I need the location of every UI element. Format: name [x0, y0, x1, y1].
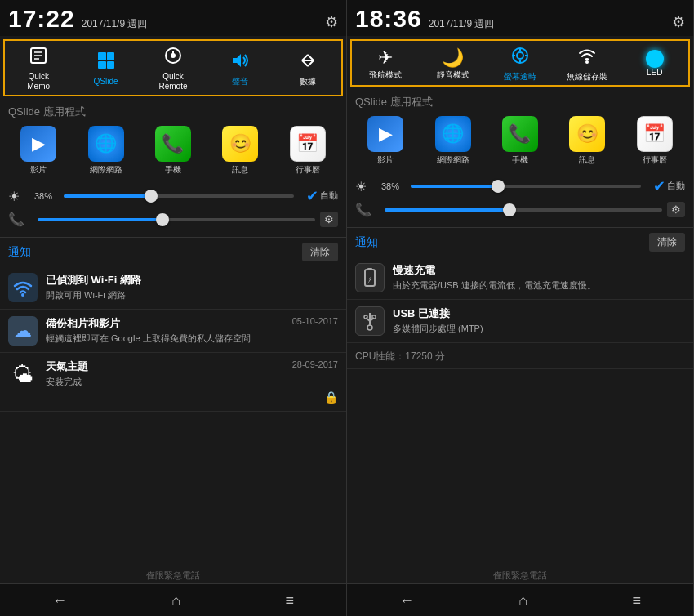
right-time-date: 18:36 2017/11/9 週四	[355, 5, 494, 33]
svg-rect-26	[367, 268, 372, 270]
svg-point-19	[517, 52, 523, 59]
toggle-data-label: 數據	[300, 77, 316, 87]
toggle-sound[interactable]: 聲音	[216, 51, 265, 87]
quick-memo-icon	[29, 46, 48, 70]
notif-backup[interactable]: ☁ 備份相片和影片 05-10-2017 輕觸這裡即可在 Google 上取得免…	[0, 310, 346, 353]
right-gear-icon[interactable]: ⚙	[672, 13, 685, 31]
app-video-icon: ▶	[20, 126, 56, 162]
svg-point-17	[21, 293, 24, 297]
toggle-wifi-storage[interactable]: 無線儲存裝	[563, 46, 612, 82]
right-app-cal[interactable]: 📅 行事曆	[637, 116, 673, 166]
right-back-btn[interactable]: ←	[383, 591, 430, 611]
notif-usb[interactable]: USB 已連接 多媒體同步處理 (MTP)	[347, 300, 693, 343]
toggle-data[interactable]: 數據	[283, 51, 332, 87]
right-app-cal-label: 行事曆	[643, 154, 667, 166]
left-quick-toggles: Quick Memo QSlide	[3, 39, 343, 96]
notif-charge-content: 慢速充電 由於充電器/USB 連接的電流低，電池充電速度慢。	[393, 263, 685, 292]
svg-line-13	[308, 60, 314, 66]
right-volume-track[interactable]	[385, 208, 662, 212]
notif-weather[interactable]: 🌤 天氣主題 28-09-2017 安裝完成 🔒	[0, 353, 346, 412]
right-app-video-icon: ▶	[367, 116, 403, 152]
left-qslide-header: QSlide 應用程式	[0, 100, 346, 123]
svg-rect-7	[107, 61, 114, 69]
notif-wifi-body: 開啟可用 Wi-Fi 網路	[46, 289, 338, 301]
app-phone-icon: 📞	[155, 126, 191, 162]
toggle-qslide-label: QSlide	[94, 77, 118, 87]
right-volume-fill	[385, 208, 509, 212]
notif-usb-body: 多媒體同步處理 (MTP)	[393, 323, 685, 335]
left-panel: 17:22 2017/11/9 週四 ⚙ Quick Memo	[0, 0, 347, 616]
right-notif-list: 慢速充電 由於充電器/USB 連接的電流低，電池充電速度慢。 USB 已連	[347, 257, 693, 566]
toggle-quick-remote[interactable]: Quick Remote	[149, 46, 198, 92]
right-status-bar: 18:36 2017/11/9 週四 ⚙	[347, 0, 693, 36]
brightness-icon: ☀	[8, 189, 24, 204]
notif-cpu-title: CPU性能：17250 分	[355, 350, 445, 362]
right-qslide-header: QSlide 應用程式	[347, 90, 693, 113]
sound-icon	[230, 51, 250, 75]
right-volume-settings[interactable]: ⚙	[667, 202, 685, 217]
right-volume-row: 📞 ⚙	[355, 202, 685, 217]
app-cal[interactable]: 📅 行事曆	[290, 126, 326, 176]
left-notif-title: 通知	[8, 245, 31, 260]
right-brightness-track[interactable]	[411, 185, 641, 188]
app-video[interactable]: ▶ 影片	[20, 126, 56, 176]
toggle-quick-memo[interactable]: Quick Memo	[14, 46, 63, 92]
notif-cpu[interactable]: CPU性能：17250 分	[347, 343, 693, 369]
toggle-led[interactable]: LED	[630, 50, 679, 78]
qslide-icon	[96, 51, 116, 75]
notif-backup-title: 備份相片和影片	[46, 316, 120, 331]
toggle-silent[interactable]: 🌙 靜音模式	[429, 47, 478, 80]
notif-charge-row1: 慢速充電	[393, 263, 685, 278]
left-home-btn[interactable]: ⌂	[155, 591, 197, 611]
left-notif-header: 通知 清除	[0, 237, 346, 266]
left-brightness-fill	[64, 194, 151, 198]
toggle-wifi-storage-label: 無線儲存裝	[567, 72, 607, 82]
right-app-net[interactable]: 🌐 網際網路	[435, 116, 471, 166]
notif-usb-icon	[355, 306, 385, 336]
right-brightness-row: ☀ 38% ✔ 自動	[355, 177, 685, 195]
app-cal-icon: 📅	[290, 126, 326, 162]
notif-backup-date: 05-10-2017	[292, 316, 338, 326]
right-app-msg[interactable]: 😊 訊息	[569, 116, 605, 166]
left-brightness-track[interactable]	[64, 194, 294, 198]
app-msg[interactable]: 😊 訊息	[222, 126, 258, 176]
left-gear-icon[interactable]: ⚙	[325, 13, 338, 31]
notif-wifi[interactable]: 已偵測到 Wi-Fi 網路 開啟可用 Wi-Fi 網路	[0, 266, 346, 310]
right-notif-clear[interactable]: 清除	[649, 233, 685, 252]
left-menu-btn[interactable]: ≡	[269, 591, 310, 611]
svg-rect-5	[107, 52, 114, 60]
right-home-btn[interactable]: ⌂	[502, 591, 544, 611]
data-icon	[298, 51, 318, 75]
left-notif-clear[interactable]: 清除	[302, 243, 338, 261]
app-phone[interactable]: 📞 手機	[155, 126, 191, 176]
svg-marker-11	[233, 54, 241, 67]
app-net[interactable]: 🌐 網際網路	[88, 126, 124, 176]
right-app-net-label: 網際網路	[437, 154, 469, 166]
right-panel: 18:36 2017/11/9 週四 ⚙ ✈ 飛航模式 🌙 靜音模式	[347, 0, 694, 616]
svg-line-12	[308, 55, 314, 60]
toggle-screen-timeout[interactable]: 螢幕逾時	[496, 46, 545, 82]
right-menu-btn[interactable]: ≡	[616, 591, 657, 611]
right-brightness-thumb	[492, 180, 505, 193]
toggle-quick-remote-label: Quick Remote	[158, 72, 187, 92]
left-volume-track[interactable]	[38, 218, 315, 221]
app-net-label: 網際網路	[90, 164, 122, 176]
svg-line-14	[302, 55, 308, 60]
svg-point-10	[171, 54, 175, 57]
left-emergency: 僅限緊急電話	[0, 566, 346, 583]
left-auto-check: ✔	[299, 187, 318, 205]
right-brightness-fill	[411, 185, 498, 188]
notif-usb-content: USB 已連接 多媒體同步處理 (MTP)	[393, 306, 685, 335]
right-app-video[interactable]: ▶ 影片	[367, 116, 403, 166]
notif-usb-title: USB 已連接	[393, 306, 450, 321]
right-app-phone[interactable]: 📞 手機	[502, 116, 538, 166]
left-time: 17:22	[8, 5, 75, 33]
notif-charge[interactable]: 慢速充電 由於充電器/USB 連接的電流低，電池充電速度慢。	[347, 257, 693, 300]
left-back-btn[interactable]: ←	[36, 591, 83, 611]
notif-weather-title: 天氣主題	[46, 359, 88, 374]
right-auto-check: ✔	[646, 177, 665, 195]
notif-weather-body: 安裝完成	[46, 376, 338, 388]
toggle-airplane[interactable]: ✈ 飛航模式	[361, 47, 410, 80]
left-volume-settings[interactable]: ⚙	[320, 212, 338, 227]
toggle-qslide[interactable]: QSlide	[82, 51, 131, 87]
